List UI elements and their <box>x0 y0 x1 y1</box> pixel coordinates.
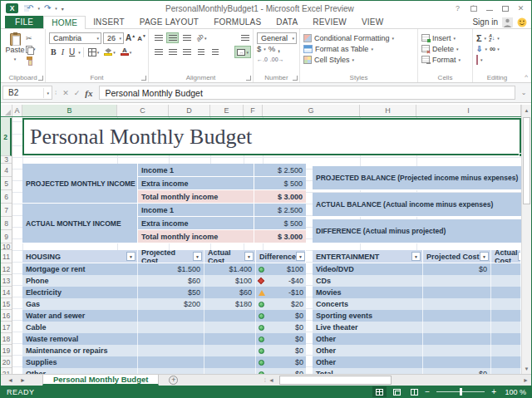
housing-projected-cost[interactable] <box>138 310 204 322</box>
housing-actual-cost[interactable] <box>204 333 256 345</box>
housing-row-name[interactable]: Phone <box>22 275 138 287</box>
close-button[interactable]: ✕ <box>514 2 528 14</box>
currency-dropdown-icon[interactable]: ▾ <box>264 47 266 52</box>
file-tab[interactable]: FILE <box>5 16 43 28</box>
zoom-level[interactable]: 100 % <box>500 388 526 396</box>
copy-button[interactable]: ▾ <box>26 44 36 54</box>
paste-button[interactable]: Paste ▾ <box>4 31 26 65</box>
row-header-20[interactable]: 20 <box>1 356 12 368</box>
percent-format-button[interactable]: % <box>268 44 275 53</box>
ribbon-display-options-button[interactable] <box>466 2 480 14</box>
housing-difference[interactable]: -$40 <box>256 275 306 287</box>
ribbon-tab-home[interactable]: HOME <box>43 16 86 29</box>
zoom-slider[interactable] <box>436 391 485 392</box>
entertainment-projected-cost[interactable] <box>423 287 491 298</box>
row-header-3[interactable]: 3 <box>1 156 12 164</box>
align-center-button[interactable] <box>166 47 179 57</box>
horizontal-scroll-thumb[interactable] <box>279 376 392 385</box>
row-header-5[interactable]: 5 <box>1 177 12 190</box>
font-size-select[interactable]: 26▾ <box>103 32 124 44</box>
name-box[interactable]: B2 ▾ <box>2 86 52 100</box>
maximize-button[interactable] <box>498 2 512 14</box>
format-painter-button[interactable] <box>26 55 36 65</box>
entertainment-row-name[interactable]: Sporting events <box>313 310 423 322</box>
next-sheet-button[interactable]: ► <box>20 377 26 383</box>
housing-header-projected-cost[interactable]: Projected Cost▼ <box>138 250 204 263</box>
entertainment-projected-cost[interactable] <box>423 356 491 368</box>
redo-button[interactable]: ↷ <box>44 4 51 12</box>
scroll-down-button[interactable]: ▼ <box>522 363 531 374</box>
cancel-entry-button[interactable]: ✕ <box>62 89 69 97</box>
column-header-E[interactable]: E <box>210 105 244 116</box>
format-cells-button[interactable]: Format ▾ <box>421 54 470 65</box>
ribbon-tab-insert[interactable]: INSERT <box>86 16 132 28</box>
number-format-select[interactable]: General▾ <box>257 32 297 44</box>
vertical-scrollbar[interactable]: ▲ ▼ <box>521 105 531 374</box>
ribbon-tab-formulas[interactable]: FORMULAS <box>206 16 268 28</box>
align-top-button[interactable] <box>152 32 165 43</box>
entertainment-actual-cost[interactable] <box>491 322 521 333</box>
housing-header-housing[interactable]: HOUSING▼ <box>22 250 138 263</box>
redo-dropdown[interactable]: ▾ <box>55 6 57 11</box>
conditional-formatting-button[interactable]: Conditional Formatting ▾ <box>303 32 416 43</box>
entertainment-row-name[interactable]: Live theater <box>313 322 423 333</box>
row-header-10[interactable]: 10 <box>1 243 12 250</box>
income-section-label[interactable]: PROJECTED MONTHLY INCOME <box>22 164 138 204</box>
entertainment-actual-cost[interactable] <box>491 263 521 275</box>
zoom-in-button[interactable]: + <box>491 387 496 396</box>
entertainment-row-name[interactable]: Total <box>313 368 423 374</box>
income-item-cell[interactable]: Total monthly income <box>138 190 254 204</box>
increase-decimal-button[interactable]: ←.0 <box>257 57 268 62</box>
align-right-button[interactable] <box>180 47 193 57</box>
filter-dropdown-button[interactable]: ▼ <box>193 252 202 261</box>
normal-view-button[interactable] <box>372 386 387 397</box>
ribbon-tab-data[interactable]: DATA <box>268 16 305 28</box>
filter-dropdown-button[interactable]: ▼ <box>411 252 421 261</box>
expand-formula-bar-button[interactable]: ⌄ <box>518 89 530 96</box>
housing-row-name[interactable]: Water and sewer <box>22 310 138 322</box>
entertainment-projected-cost[interactable] <box>423 345 491 356</box>
help-button[interactable]: ? <box>451 2 465 14</box>
column-header-G[interactable]: G <box>263 105 360 116</box>
housing-row-name[interactable]: Supplies <box>22 356 138 368</box>
minimize-button[interactable] <box>482 2 496 14</box>
vertical-scroll-thumb[interactable] <box>523 117 530 204</box>
sort-dropdown-icon[interactable]: ▾ <box>497 36 500 41</box>
row-header-16[interactable]: 16 <box>1 310 12 322</box>
ribbon-tab-view[interactable]: VIEW <box>354 16 391 28</box>
number-dialog-launcher[interactable] <box>293 76 298 81</box>
fill-dropdown-icon[interactable]: ▾ <box>485 47 488 52</box>
entertainment-projected-cost[interactable] <box>423 333 491 345</box>
housing-actual-cost[interactable]: $180 <box>204 298 256 310</box>
formula-input[interactable]: Personal Monthly Budget <box>99 86 516 100</box>
income-value-cell[interactable]: $ 500 <box>254 177 306 190</box>
decrease-indent-button[interactable] <box>195 47 207 57</box>
entertainment-projected-cost[interactable]: $0 <box>423 263 491 275</box>
align-bottom-button[interactable] <box>180 32 193 43</box>
income-item-cell[interactable]: Income 1 <box>138 164 254 177</box>
grow-font-button[interactable]: A▲ <box>126 33 135 42</box>
housing-projected-cost[interactable]: $1.500 <box>138 263 204 275</box>
align-left-button[interactable] <box>152 47 165 57</box>
delete-cells-button[interactable]: Delete ▾ <box>421 43 470 54</box>
filter-dropdown-button[interactable]: ▼ <box>244 252 254 261</box>
income-value-cell[interactable]: $ 500 <box>254 217 306 230</box>
entertainment-actual-cost[interactable] <box>491 287 521 298</box>
housing-actual-cost[interactable] <box>204 322 256 333</box>
selection-fill-handle[interactable] <box>519 153 521 157</box>
clipboard-dialog-launcher[interactable] <box>38 76 43 81</box>
row-header-17[interactable]: 17 <box>1 322 12 333</box>
column-header-C[interactable]: C <box>117 105 169 116</box>
housing-projected-cost[interactable]: $200 <box>138 298 204 310</box>
scroll-up-button[interactable]: ▲ <box>522 105 531 115</box>
entertainment-actual-cost[interactable] <box>491 310 521 322</box>
column-header-D[interactable]: D <box>169 105 210 116</box>
housing-row-name[interactable]: Maintenance or repairs <box>22 345 138 356</box>
entertainment-actual-cost[interactable] <box>491 368 521 374</box>
balance-label-cell[interactable]: ACTUAL BALANCE (Actual income minus expe… <box>313 193 521 217</box>
increase-indent-button[interactable] <box>209 47 221 57</box>
housing-difference[interactable]: $0 <box>256 333 306 345</box>
column-header-B[interactable]: B <box>22 105 117 116</box>
font-color-button[interactable]: A▾ <box>119 46 134 58</box>
income-value-cell[interactable]: $ 3.000 <box>254 190 306 204</box>
